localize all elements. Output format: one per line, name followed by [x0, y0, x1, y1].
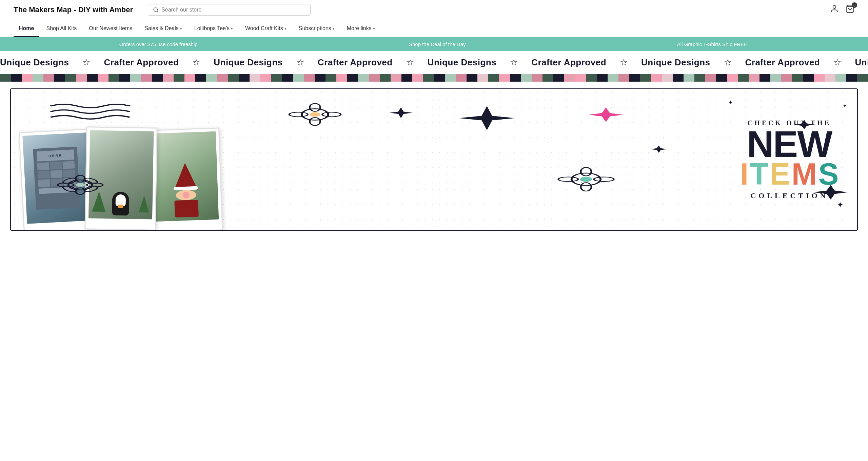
nav-item-sales[interactable]: Sales & Deals ▾ [139, 21, 188, 37]
color-segment [152, 74, 163, 82]
nav-item-wood-craft[interactable]: Wood Craft Kits ▾ [240, 21, 292, 37]
color-segment [770, 74, 781, 82]
announcement-3[interactable]: All Graphic T-Shirts Ship FREE! [677, 41, 749, 47]
color-segment [326, 74, 336, 82]
color-segment [141, 74, 152, 82]
color-segment [293, 74, 304, 82]
hero-text-panel: ✦ ✦ CHECK OUT THE NEW ITEMS COLLECTION ✦ [722, 89, 857, 230]
chevron-down-icon: ▾ [180, 26, 182, 31]
color-segment [445, 74, 456, 82]
hero-items-label: ITEMS [740, 161, 839, 188]
polaroid-3 [148, 127, 223, 231]
color-segment [727, 74, 738, 82]
color-segment [336, 74, 347, 82]
color-segment [195, 74, 206, 82]
color-segment [510, 74, 521, 82]
marquee-text-9: Unique Designs [855, 57, 868, 68]
announcement-2[interactable]: Shop the Deal of the Day [409, 41, 466, 47]
color-segment [694, 74, 705, 82]
star-icon-2: ☆ [192, 57, 200, 68]
color-segment [434, 74, 445, 82]
nav-item-tees[interactable]: Lollibops Tee's ▾ [189, 21, 238, 37]
hero-inner: BRRR [10, 88, 858, 231]
main-nav: Home Shop All Kits Our Newest Items Sale… [0, 20, 868, 37]
color-bar [0, 74, 868, 82]
color-segment [315, 74, 326, 82]
star-icon-5: ☆ [510, 57, 518, 68]
color-segment [651, 74, 662, 82]
color-segment [304, 74, 315, 82]
color-segment [228, 74, 239, 82]
polaroid-1: BRRR [19, 129, 95, 231]
product-photo-2 [88, 130, 154, 219]
nav-item-more-links[interactable]: More links ▾ [341, 21, 380, 37]
color-segment [814, 74, 825, 82]
color-segment [477, 74, 488, 82]
product-photo-3 [152, 131, 219, 222]
color-segment [217, 74, 228, 82]
svg-line-1 [157, 11, 158, 12]
product-photo-1: BRRR [22, 132, 91, 224]
marquee-text-6: Crafter Approved [531, 57, 606, 68]
color-segment [532, 74, 542, 82]
marquee-track: Unique Designs ☆ Crafter Approved ☆ Uniq… [0, 57, 868, 68]
color-segment [108, 74, 119, 82]
color-segment [239, 74, 250, 82]
site-logo[interactable]: The Makers Map - DIY with Amber [14, 5, 133, 14]
color-segment [456, 74, 467, 82]
color-segment [803, 74, 814, 82]
hero-new-label: NEW [747, 127, 832, 161]
color-segment [684, 74, 694, 82]
color-segment [749, 74, 760, 82]
color-segment [705, 74, 716, 82]
search-bar[interactable] [148, 4, 311, 16]
letter-i: I [740, 161, 748, 188]
color-segment [553, 74, 564, 82]
announcement-1[interactable]: Orders over $75 use code freeship [119, 41, 198, 47]
marquee-text-1: Unique Designs [0, 57, 69, 68]
svg-point-0 [154, 8, 157, 12]
color-segment [597, 74, 608, 82]
polaroid-2 [84, 126, 157, 231]
color-segment [629, 74, 640, 82]
marquee-text-8: Crafter Approved [745, 57, 820, 68]
site-header: The Makers Map - DIY with Amber 0 [0, 0, 868, 20]
color-segment [586, 74, 597, 82]
color-segment [206, 74, 217, 82]
nav-item-subscriptions[interactable]: Subscriptions ▾ [293, 21, 340, 37]
color-segment [43, 74, 54, 82]
color-segment [391, 74, 401, 82]
letter-s: S [818, 161, 839, 188]
star-icon-3: ☆ [296, 57, 304, 68]
marquee-text-4: Crafter Approved [318, 57, 393, 68]
color-segment [618, 74, 629, 82]
user-icon [830, 4, 839, 13]
color-segment [65, 74, 76, 82]
nav-item-home[interactable]: Home [14, 21, 39, 37]
color-segment [250, 74, 260, 82]
nav-item-shop-all-kits[interactable]: Shop All Kits [41, 21, 82, 37]
color-segment [282, 74, 293, 82]
marquee-text-2: Crafter Approved [104, 57, 179, 68]
cart-button[interactable]: 0 [846, 4, 854, 15]
hero-collection-label: COLLECTION [750, 191, 828, 200]
color-segment [608, 74, 618, 82]
header-icons: 0 [830, 4, 854, 15]
star-icon-6: ☆ [620, 57, 628, 68]
color-segment [163, 74, 174, 82]
search-input[interactable] [161, 7, 305, 13]
marquee-text-3: Unique Designs [214, 57, 282, 68]
sparkle-icon-br: ✦ [837, 200, 844, 210]
color-segment [521, 74, 532, 82]
account-button[interactable] [830, 4, 839, 15]
color-segment [640, 74, 651, 82]
sparkle-icon-tr: ✦ [843, 103, 847, 109]
color-segment [857, 74, 868, 82]
color-segment [347, 74, 358, 82]
color-segment [11, 74, 22, 82]
color-segment [33, 74, 43, 82]
color-segment [673, 74, 684, 82]
nav-item-newest-items[interactable]: Our Newest Items [83, 21, 138, 37]
cart-count: 0 [852, 2, 857, 8]
color-segment [738, 74, 749, 82]
